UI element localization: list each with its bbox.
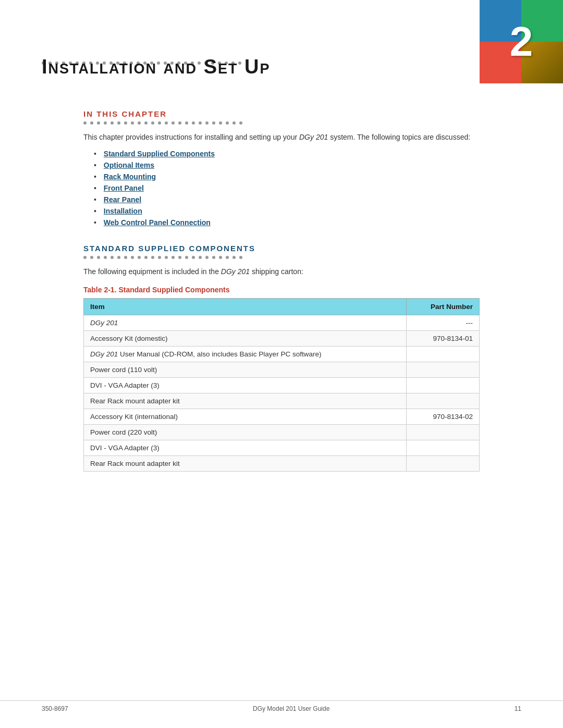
dot-decoration	[199, 256, 202, 259]
footer-left: 350-8697	[42, 705, 68, 712]
table-row: Power cord (220 volt)	[84, 425, 480, 440]
dot-decoration	[172, 121, 175, 125]
toc-link-front-panel[interactable]: Front Panel	[104, 184, 144, 192]
dot-decoration	[131, 121, 134, 125]
dot-decoration	[212, 256, 215, 259]
toc-item-standard: Standard Supplied Components	[94, 148, 521, 159]
table-cell-item: Power cord (110 volt)	[84, 362, 407, 378]
table-cell-part-number	[406, 440, 479, 456]
standard-supplied-section: Standard Supplied Components	[83, 244, 521, 253]
dot-decoration	[232, 256, 236, 259]
table-cell-part-number	[406, 456, 479, 472]
dot-decoration	[97, 256, 100, 259]
dot-decoration	[199, 121, 202, 125]
dot-decoration	[165, 256, 168, 259]
dot-decoration	[144, 256, 148, 259]
dot-decoration	[158, 121, 161, 125]
dot-decoration	[144, 121, 148, 125]
table-cell-item: Power cord (220 volt)	[84, 425, 407, 440]
table-cell-part-number: 970-8134-02	[406, 409, 479, 425]
dot-decoration	[185, 256, 188, 259]
dot-decoration	[192, 256, 195, 259]
table-row: Accessory Kit (domestic)970-8134-01	[84, 331, 480, 347]
dot-decoration	[117, 121, 120, 125]
page: Installation and Set Up	[0, 0, 563, 728]
table-cell-part-number	[406, 347, 479, 362]
dot-decoration	[124, 256, 127, 259]
toc-link-web-control[interactable]: Web Control Panel Connection	[104, 218, 211, 227]
table-cell-item: Accessory Kit (domestic)	[84, 331, 407, 347]
dot-decoration	[165, 121, 168, 125]
footer-right: 11	[515, 705, 521, 712]
toc-item-rear-panel: Rear Panel	[94, 194, 521, 205]
page-footer: 350-8697 DGy Model 201 User Guide 11	[0, 700, 563, 712]
dot-decoration	[97, 121, 100, 125]
toc-item-optional: Optional Items	[94, 159, 521, 171]
dot-decoration	[158, 256, 161, 259]
dot-decoration	[172, 256, 175, 259]
dot-decoration	[239, 256, 242, 259]
title-area: Installation and Set Up	[0, 0, 563, 57]
dot-decoration	[185, 121, 188, 125]
table-label: Table 2-1. Standard Supplied Components	[83, 286, 521, 294]
table-cell-item: Accessory Kit (international)	[84, 409, 407, 425]
table-cell-part-number: 970-8134-01	[406, 331, 479, 347]
dot-decoration	[83, 121, 87, 125]
chapter-number: 2	[510, 21, 533, 63]
dot-decoration	[111, 256, 114, 259]
toc-item-web-control: Web Control Panel Connection	[94, 217, 521, 228]
table-cell-part-number	[406, 378, 479, 393]
table-row: Rear Rack mount adapter kit	[84, 456, 480, 472]
in-this-chapter-heading: In This Chapter	[83, 109, 521, 118]
dot-decoration	[117, 256, 120, 259]
dot-decoration	[104, 121, 107, 125]
toc-link-standard[interactable]: Standard Supplied Components	[104, 150, 215, 158]
dot-decoration	[111, 121, 114, 125]
chapter-intro-text: This chapter provides instructions for i…	[83, 132, 521, 143]
col-header-item: Item	[84, 299, 407, 315]
dot-decoration	[151, 256, 154, 259]
dot-decoration	[124, 121, 127, 125]
table-row: Power cord (110 volt)	[84, 362, 480, 378]
chapter-title: Installation and Set Up	[42, 56, 271, 78]
dot-decoration	[205, 121, 209, 125]
dot-decoration	[205, 256, 209, 259]
table-cell-part-number	[406, 393, 479, 409]
toc-link-optional[interactable]: Optional Items	[104, 161, 154, 169]
table-cell-item: Rear Rack mount adapter kit	[84, 393, 407, 409]
footer-center: DGy Model 201 User Guide	[253, 705, 329, 712]
toc-link-rear-panel[interactable]: Rear Panel	[104, 195, 141, 204]
toc-link-installation[interactable]: Installation	[104, 207, 142, 215]
dot-decoration	[232, 121, 236, 125]
header-area: Installation and Set Up	[0, 0, 563, 94]
main-content: In This Chapter	[0, 109, 563, 472]
table-cell-item: DVI - VGA Adapter (3)	[84, 440, 407, 456]
dot-decoration	[90, 256, 93, 259]
table-row: Accessory Kit (international)970-8134-02	[84, 409, 480, 425]
dot-decoration	[226, 121, 229, 125]
table-row: DGy 201---	[84, 315, 480, 331]
table-cell-item: Rear Rack mount adapter kit	[84, 456, 407, 472]
chapter-number-graphic: 2	[480, 0, 563, 83]
dot-decoration	[138, 121, 141, 125]
standard-supplied-heading: Standard Supplied Components	[83, 244, 521, 253]
toc-link-rack[interactable]: Rack Mounting	[104, 172, 156, 181]
table-header-row: Item Part Number	[84, 299, 480, 315]
dot-decoration	[104, 256, 107, 259]
dot-decoration	[212, 121, 215, 125]
table-row: DVI - VGA Adapter (3)	[84, 378, 480, 393]
dot-decoration	[239, 121, 242, 125]
table-cell-part-number	[406, 425, 479, 440]
dot-decoration	[226, 256, 229, 259]
dot-decoration	[131, 256, 134, 259]
toc-list: Standard Supplied Components Optional It…	[94, 148, 521, 228]
table-row: DGy 201 User Manual (CD-ROM, also includ…	[84, 347, 480, 362]
in-this-chapter-section: In This Chapter	[83, 109, 521, 118]
dot-decoration	[178, 256, 181, 259]
dot-decoration	[219, 121, 222, 125]
table-row: Rear Rack mount adapter kit	[84, 393, 480, 409]
dot-decoration	[138, 256, 141, 259]
component-table: Item Part Number DGy 201---Accessory Kit…	[83, 298, 480, 472]
dot-decoration	[219, 256, 222, 259]
table-cell-part-number	[406, 362, 479, 378]
